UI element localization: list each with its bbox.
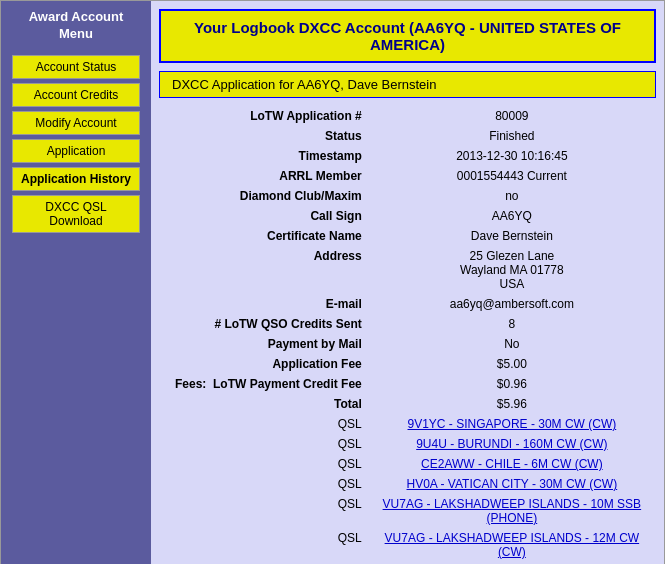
field-label-payment-mail: Payment by Mail bbox=[159, 334, 368, 354]
field-value-arrl: 0001554443 Current bbox=[368, 166, 656, 186]
qsl-row-2: QSL CE2AWW - CHILE - 6M CW (CW) bbox=[159, 454, 656, 474]
fees-total-row: Total $5.96 bbox=[159, 394, 656, 414]
page-title: Your Logbook DXCC Account (AA6YQ - UNITE… bbox=[159, 9, 656, 63]
fees-lotw-row: Fees: LoTW Payment Credit Fee $0.96 bbox=[159, 374, 656, 394]
fees-total-amount: $5.96 bbox=[368, 394, 656, 414]
field-value-address: 25 Glezen Lane Wayland MA 01778 USA bbox=[368, 246, 656, 294]
qsl-value-5: VU7AG - LAKSHADWEEP ISLANDS - 12M CW (CW… bbox=[368, 528, 656, 562]
sidebar-item-account-credits[interactable]: Account Credits bbox=[12, 83, 140, 107]
table-row: Diamond Club/Maxim no bbox=[159, 186, 656, 206]
qsl-row-5: QSL VU7AG - LAKSHADWEEP ISLANDS - 12M CW… bbox=[159, 528, 656, 562]
fees-lotw-label: Fees: LoTW Payment Credit Fee bbox=[159, 374, 368, 394]
table-row: E-mail aa6yq@ambersoft.com bbox=[159, 294, 656, 314]
qsl-row-0: QSL 9V1YC - SINGAPORE - 30M CW (CW) bbox=[159, 414, 656, 434]
qsl-label-4: QSL bbox=[159, 494, 368, 528]
qsl-value-0: 9V1YC - SINGAPORE - 30M CW (CW) bbox=[368, 414, 656, 434]
field-label-email: E-mail bbox=[159, 294, 368, 314]
field-value-email: aa6yq@ambersoft.com bbox=[368, 294, 656, 314]
table-row: Call Sign AA6YQ bbox=[159, 206, 656, 226]
field-label-timestamp: Timestamp bbox=[159, 146, 368, 166]
fees-app-fee-label: Application Fee bbox=[159, 354, 368, 374]
sidebar-item-account-status[interactable]: Account Status bbox=[12, 55, 140, 79]
main-content: Your Logbook DXCC Account (AA6YQ - UNITE… bbox=[151, 1, 664, 564]
sidebar-item-application-history[interactable]: Application History bbox=[12, 167, 140, 191]
field-value-cert-name: Dave Bernstein bbox=[368, 226, 656, 246]
qsl-row-4: QSL VU7AG - LAKSHADWEEP ISLANDS - 10M SS… bbox=[159, 494, 656, 528]
qsl-value-3: HV0A - VATICAN CITY - 30M CW (CW) bbox=[368, 474, 656, 494]
qsl-link-3[interactable]: HV0A - VATICAN CITY - 30M CW (CW) bbox=[407, 477, 618, 491]
fees-lotw-amount: $0.96 bbox=[368, 374, 656, 394]
field-label-callsign: Call Sign bbox=[159, 206, 368, 226]
sidebar-item-dxcc-qsl-download[interactable]: DXCC QSL Download bbox=[12, 195, 140, 233]
field-value-callsign: AA6YQ bbox=[368, 206, 656, 226]
field-value-qso-credits: 8 bbox=[368, 314, 656, 334]
qsl-link-0[interactable]: 9V1YC - SINGAPORE - 30M CW (CW) bbox=[408, 417, 617, 431]
qsl-label-3: QSL bbox=[159, 474, 368, 494]
content-area: LoTW Application # 80009 Status Finished… bbox=[151, 106, 664, 564]
field-value-diamond: no bbox=[368, 186, 656, 206]
qsl-label-0: QSL bbox=[159, 414, 368, 434]
field-label-lotw-app: LoTW Application # bbox=[159, 106, 368, 126]
table-row: LoTW Application # 80009 bbox=[159, 106, 656, 126]
qsl-value-4: VU7AG - LAKSHADWEEP ISLANDS - 10M SSB (P… bbox=[368, 494, 656, 528]
qsl-link-2[interactable]: CE2AWW - CHILE - 6M CW (CW) bbox=[421, 457, 603, 471]
fees-prefix: Fees: bbox=[175, 377, 206, 391]
field-label-address: Address bbox=[159, 246, 368, 294]
field-label-cert-name: Certificate Name bbox=[159, 226, 368, 246]
table-row: Timestamp 2013-12-30 10:16:45 bbox=[159, 146, 656, 166]
qsl-label-1: QSL bbox=[159, 434, 368, 454]
field-value-status: Finished bbox=[368, 126, 656, 146]
qsl-link-1[interactable]: 9U4U - BURUNDI - 160M CW (CW) bbox=[416, 437, 607, 451]
sidebar-title: Award Account Menu bbox=[29, 9, 124, 43]
qsl-row-3: QSL HV0A - VATICAN CITY - 30M CW (CW) bbox=[159, 474, 656, 494]
table-row: Certificate Name Dave Bernstein bbox=[159, 226, 656, 246]
sub-header: DXCC Application for AA6YQ, Dave Bernste… bbox=[159, 71, 656, 98]
qsl-value-1: 9U4U - BURUNDI - 160M CW (CW) bbox=[368, 434, 656, 454]
field-value-payment-mail: No bbox=[368, 334, 656, 354]
sidebar-item-modify-account[interactable]: Modify Account bbox=[12, 111, 140, 135]
field-label-diamond: Diamond Club/Maxim bbox=[159, 186, 368, 206]
sidebar-item-application[interactable]: Application bbox=[12, 139, 140, 163]
fees-app-fee-row: Application Fee $5.00 bbox=[159, 354, 656, 374]
fees-total-label: Total bbox=[159, 394, 368, 414]
field-label-qso-credits: # LoTW QSO Credits Sent bbox=[159, 314, 368, 334]
sidebar: Award Account Menu Account Status Accoun… bbox=[1, 1, 151, 564]
qsl-link-4[interactable]: VU7AG - LAKSHADWEEP ISLANDS - 10M SSB (P… bbox=[383, 497, 642, 525]
table-row: Status Finished bbox=[159, 126, 656, 146]
field-value-lotw-app: 80009 bbox=[368, 106, 656, 126]
qsl-value-2: CE2AWW - CHILE - 6M CW (CW) bbox=[368, 454, 656, 474]
qsl-label-5: QSL bbox=[159, 528, 368, 562]
field-value-timestamp: 2013-12-30 10:16:45 bbox=[368, 146, 656, 166]
table-row: ARRL Member 0001554443 Current bbox=[159, 166, 656, 186]
qsl-label-2: QSL bbox=[159, 454, 368, 474]
qsl-row-1: QSL 9U4U - BURUNDI - 160M CW (CW) bbox=[159, 434, 656, 454]
fees-app-fee-amount: $5.00 bbox=[368, 354, 656, 374]
info-table: LoTW Application # 80009 Status Finished… bbox=[159, 106, 656, 564]
field-label-status: Status bbox=[159, 126, 368, 146]
table-row: Address 25 Glezen Lane Wayland MA 01778 … bbox=[159, 246, 656, 294]
table-row: # LoTW QSO Credits Sent 8 bbox=[159, 314, 656, 334]
field-label-arrl: ARRL Member bbox=[159, 166, 368, 186]
qsl-link-5[interactable]: VU7AG - LAKSHADWEEP ISLANDS - 12M CW (CW… bbox=[385, 531, 640, 559]
table-row: Payment by Mail No bbox=[159, 334, 656, 354]
